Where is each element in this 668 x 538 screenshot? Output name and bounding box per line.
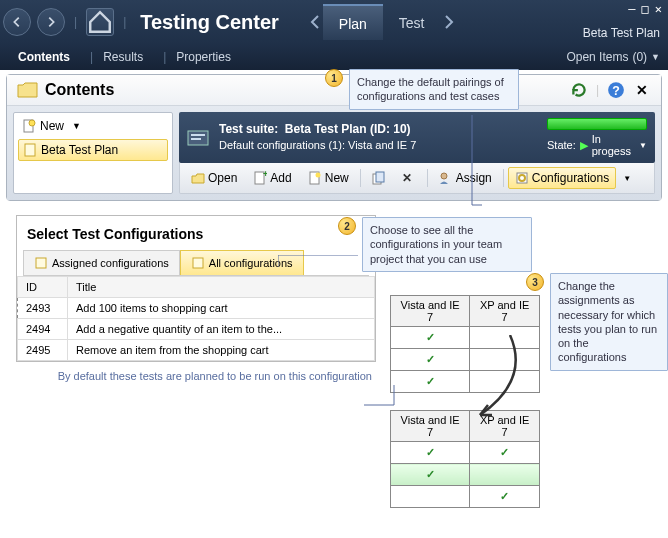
plan-icon bbox=[23, 143, 37, 157]
progress-bar bbox=[547, 118, 647, 130]
app-title: Testing Center bbox=[140, 11, 279, 34]
assign-button[interactable]: Assign bbox=[432, 167, 499, 189]
tree-column: New ▼ Beta Test Plan bbox=[13, 112, 173, 194]
subtab-results[interactable]: Results bbox=[93, 46, 153, 68]
svg-point-14 bbox=[441, 173, 447, 179]
suite-header: Test suite: Beta Test Plan (ID: 10) Defa… bbox=[179, 112, 655, 163]
grid-cell[interactable]: ✓ bbox=[391, 371, 470, 393]
config-panel: Select Test Configurations Assigned conf… bbox=[16, 215, 376, 362]
tab-plan[interactable]: Plan bbox=[323, 4, 383, 40]
open-items-count: (0) bbox=[632, 50, 647, 64]
home-icon bbox=[87, 9, 113, 35]
suite-subtitle: Default configurations (1): Vista and IE… bbox=[219, 139, 416, 151]
svg-rect-4 bbox=[25, 144, 35, 156]
table-row[interactable]: 2493Add 100 items to shopping cart bbox=[18, 298, 375, 319]
col-title[interactable]: Title bbox=[68, 277, 375, 298]
new-label: New bbox=[40, 119, 64, 133]
tab-assigned-configs[interactable]: Assigned configurations bbox=[23, 250, 180, 275]
callout-1: 1 Change the default pairings of configu… bbox=[325, 69, 519, 110]
grid-cell[interactable] bbox=[470, 464, 540, 486]
folder-icon bbox=[17, 81, 39, 99]
configurations-button[interactable]: Configurations bbox=[508, 167, 616, 189]
plan-name-label: Beta Test Plan bbox=[583, 26, 660, 40]
maximize-button[interactable]: □ bbox=[642, 2, 649, 16]
grid-cell[interactable] bbox=[470, 371, 540, 393]
grid-col-vista: Vista and IE 7 bbox=[391, 411, 470, 442]
forward-button[interactable] bbox=[37, 8, 65, 36]
callout-2-text: Choose to see all the configurations in … bbox=[362, 217, 532, 272]
back-button[interactable] bbox=[3, 8, 31, 36]
svg-rect-17 bbox=[36, 258, 46, 268]
refresh-button[interactable] bbox=[570, 81, 588, 99]
tabs-prev-button[interactable] bbox=[307, 7, 323, 37]
configurations-dropdown[interactable]: ▼ bbox=[618, 170, 636, 187]
panel-close-button[interactable]: ✕ bbox=[633, 81, 651, 99]
svg-rect-7 bbox=[191, 138, 201, 140]
assigned-icon bbox=[34, 256, 48, 270]
config-grid-before: Vista and IE 7XP and IE 7 ✓ ✓ ✓ bbox=[390, 295, 540, 393]
all-icon bbox=[191, 256, 205, 270]
tab-test[interactable]: Test bbox=[383, 5, 441, 39]
subtab-properties[interactable]: Properties bbox=[166, 46, 241, 68]
subtab-contents[interactable]: Contents bbox=[8, 46, 80, 68]
col-id[interactable]: ID bbox=[18, 277, 68, 298]
close-button[interactable]: ✕ bbox=[655, 2, 662, 16]
tree-item-plan[interactable]: Beta Test Plan bbox=[18, 139, 168, 161]
sub-tab-bar: Contents | Results | Properties Open Ite… bbox=[0, 44, 668, 70]
home-button[interactable] bbox=[86, 8, 114, 36]
badge-3: 3 bbox=[526, 273, 544, 291]
grid-cell[interactable]: ✓ bbox=[391, 349, 470, 371]
callout-1-text: Change the default pairings of configura… bbox=[349, 69, 519, 110]
suite-title-name: Beta Test Plan (ID: 10) bbox=[285, 122, 411, 136]
svg-point-3 bbox=[29, 120, 35, 126]
svg-text:+: + bbox=[263, 171, 267, 179]
new-button-tb[interactable]: New bbox=[301, 167, 356, 189]
add-button[interactable]: +Add bbox=[246, 167, 298, 189]
grid-cell[interactable] bbox=[391, 486, 470, 508]
play-icon: ▶ bbox=[580, 139, 588, 152]
grid-cell[interactable]: ✓ bbox=[391, 327, 470, 349]
grid-cell[interactable]: ✓ bbox=[470, 486, 540, 508]
state-value[interactable]: In progess bbox=[592, 133, 635, 157]
svg-point-11 bbox=[315, 173, 320, 178]
minimize-button[interactable]: — bbox=[628, 2, 635, 16]
callout-3: 3 Change the assignments as necessary fo… bbox=[526, 273, 668, 371]
toolbar: Open +Add New ✕ Assign Configurations ▼ bbox=[179, 163, 655, 194]
config-grid-after: Vista and IE 7XP and IE 7 ✓✓ ✓ ✓ bbox=[390, 410, 540, 508]
tree-item-label: Beta Test Plan bbox=[41, 143, 118, 157]
config-panel-title: Select Test Configurations bbox=[17, 216, 375, 250]
open-button[interactable]: Open bbox=[184, 167, 244, 189]
badge-2: 2 bbox=[338, 217, 356, 235]
footnote: By default these tests are planned to be… bbox=[32, 370, 372, 382]
table-row[interactable]: 2494Add a negative quantity of an item t… bbox=[18, 319, 375, 340]
svg-rect-13 bbox=[376, 172, 384, 182]
table-row[interactable]: 2495Remove an item from the shopping car… bbox=[18, 340, 375, 361]
grid-col-xp: XP and IE 7 bbox=[470, 411, 540, 442]
grid-cell[interactable]: ✓ bbox=[391, 442, 470, 464]
suite-icon bbox=[187, 128, 211, 148]
new-icon bbox=[22, 119, 36, 133]
copy-button[interactable] bbox=[365, 167, 393, 189]
tabs-next-button[interactable] bbox=[441, 7, 457, 37]
config-table: ID Title 2493Add 100 items to shopping c… bbox=[17, 276, 375, 361]
app-bar: | | Testing Center Plan Test — □ ✕ Beta … bbox=[0, 0, 668, 44]
grid-cell[interactable]: ✓ bbox=[391, 464, 470, 486]
callout-2: 2 Choose to see all the configurations i… bbox=[338, 217, 532, 272]
new-dropdown[interactable]: New ▼ bbox=[18, 117, 168, 135]
tab-all-configs[interactable]: All configurations bbox=[180, 250, 304, 275]
svg-rect-6 bbox=[191, 134, 205, 136]
badge-1: 1 bbox=[325, 69, 343, 87]
state-label: State: bbox=[547, 139, 576, 151]
grid-col-vista: Vista and IE 7 bbox=[391, 296, 470, 327]
grid-cell[interactable]: ✓ bbox=[470, 442, 540, 464]
svg-text:?: ? bbox=[612, 84, 620, 98]
open-items-dropdown[interactable]: ▼ bbox=[651, 52, 660, 62]
callout-3-text: Change the assignments as necessary for … bbox=[550, 273, 668, 371]
svg-rect-18 bbox=[193, 258, 203, 268]
contents-panel: Contents | ? ✕ New ▼ Beta Test Plan Tes bbox=[6, 74, 662, 201]
suite-title-prefix: Test suite: bbox=[219, 122, 278, 136]
contents-header: Contents bbox=[45, 81, 114, 99]
help-button[interactable]: ? bbox=[607, 81, 625, 99]
open-items-label[interactable]: Open Items bbox=[566, 50, 628, 64]
delete-button[interactable]: ✕ bbox=[395, 167, 423, 189]
